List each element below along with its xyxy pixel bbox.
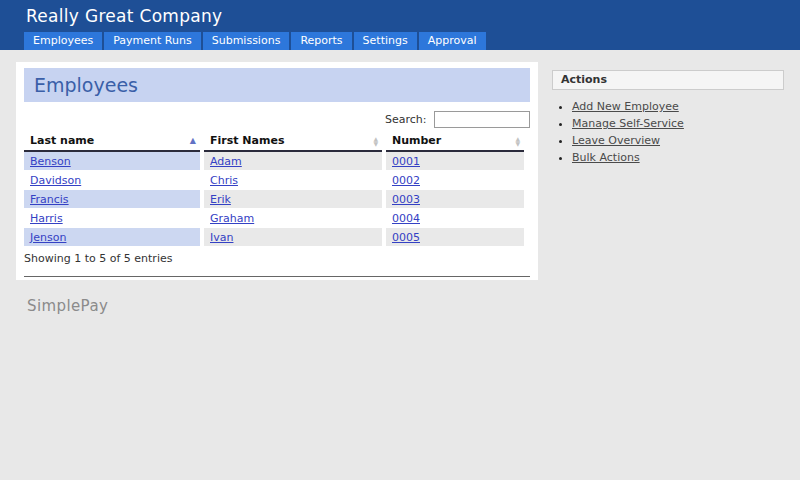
company-title: Really Great Company: [26, 6, 222, 26]
list-item: Manage Self-Service: [572, 117, 784, 130]
sort-icon[interactable]: ▲▼: [515, 136, 520, 146]
column-label: Last name: [30, 134, 94, 147]
employees-table: Last name ▲ First Names ▲▼ Number ▲▼: [24, 132, 524, 247]
sort-ascending-icon[interactable]: ▲: [190, 137, 196, 145]
nav-tab-payment-runs[interactable]: Payment Runs: [104, 32, 200, 50]
main-nav: Employees Payment Runs Submissions Repor…: [24, 32, 486, 50]
nav-tab-reports[interactable]: Reports: [291, 32, 351, 50]
leave-overview-link[interactable]: Leave Overview: [572, 134, 660, 147]
actions-sidebar: Actions Add New Employee Manage Self-Ser…: [552, 70, 784, 168]
page-title: Employees: [24, 74, 138, 96]
add-new-employee-link[interactable]: Add New Employee: [572, 100, 679, 113]
table-info: Showing 1 to 5 of 5 entries: [24, 252, 530, 265]
employee-row: Harris Graham 0004: [24, 209, 524, 228]
bulk-actions-link[interactable]: Bulk Actions: [572, 151, 640, 164]
column-label: Number: [392, 134, 441, 147]
search-row: Search:: [24, 111, 530, 128]
nav-tab-settings[interactable]: Settings: [354, 32, 417, 50]
sort-icon[interactable]: ▲▼: [373, 136, 378, 146]
list-item: Leave Overview: [572, 134, 784, 147]
divider: [24, 276, 530, 277]
employee-row: Jenson Ivan 0005: [24, 228, 524, 247]
employee-first-names-link[interactable]: Graham: [210, 212, 254, 225]
employee-number-link[interactable]: 0005: [392, 231, 420, 244]
employee-number-link[interactable]: 0002: [392, 174, 420, 187]
column-header-first-names[interactable]: First Names ▲▼: [202, 132, 384, 151]
column-label: First Names: [210, 134, 284, 147]
column-header-number[interactable]: Number ▲▼: [384, 132, 524, 151]
nav-tab-employees[interactable]: Employees: [24, 32, 102, 50]
employee-first-names-link[interactable]: Erik: [210, 193, 231, 206]
employee-number-link[interactable]: 0001: [392, 155, 420, 168]
employee-last-name-link[interactable]: Davidson: [30, 174, 81, 187]
list-item: Add New Employee: [572, 100, 784, 113]
app-header: Really Great Company Employees Payment R…: [0, 0, 800, 50]
employee-last-name-link[interactable]: Benson: [30, 155, 71, 168]
employee-last-name-link[interactable]: Francis: [30, 193, 69, 206]
nav-tab-approval[interactable]: Approval: [419, 32, 486, 50]
simplepay-logo: SimplePay: [27, 297, 108, 315]
employee-row: Davidson Chris 0002: [24, 171, 524, 190]
nav-tab-submissions[interactable]: Submissions: [203, 32, 290, 50]
actions-list: Add New Employee Manage Self-Service Lea…: [552, 100, 784, 164]
page-title-banner: Employees: [24, 68, 530, 102]
column-header-last-name[interactable]: Last name ▲: [24, 132, 202, 151]
employees-panel: Employees Search: Last name ▲ First Name…: [16, 62, 538, 280]
search-label: Search:: [385, 113, 427, 126]
employee-number-link[interactable]: 0003: [392, 193, 420, 206]
employee-row: Francis Erik 0003: [24, 190, 524, 209]
list-item: Bulk Actions: [572, 151, 784, 164]
employee-first-names-link[interactable]: Adam: [210, 155, 242, 168]
employee-number-link[interactable]: 0004: [392, 212, 420, 225]
employee-first-names-link[interactable]: Ivan: [210, 231, 233, 244]
manage-self-service-link[interactable]: Manage Self-Service: [572, 117, 684, 130]
employee-row: Benson Adam 0001: [24, 151, 524, 171]
employee-last-name-link[interactable]: Jenson: [30, 231, 66, 244]
search-input[interactable]: [434, 111, 530, 128]
employee-first-names-link[interactable]: Chris: [210, 174, 238, 187]
employee-last-name-link[interactable]: Harris: [30, 212, 63, 225]
actions-header: Actions: [552, 70, 784, 90]
table-header-row: Last name ▲ First Names ▲▼ Number ▲▼: [24, 132, 524, 151]
